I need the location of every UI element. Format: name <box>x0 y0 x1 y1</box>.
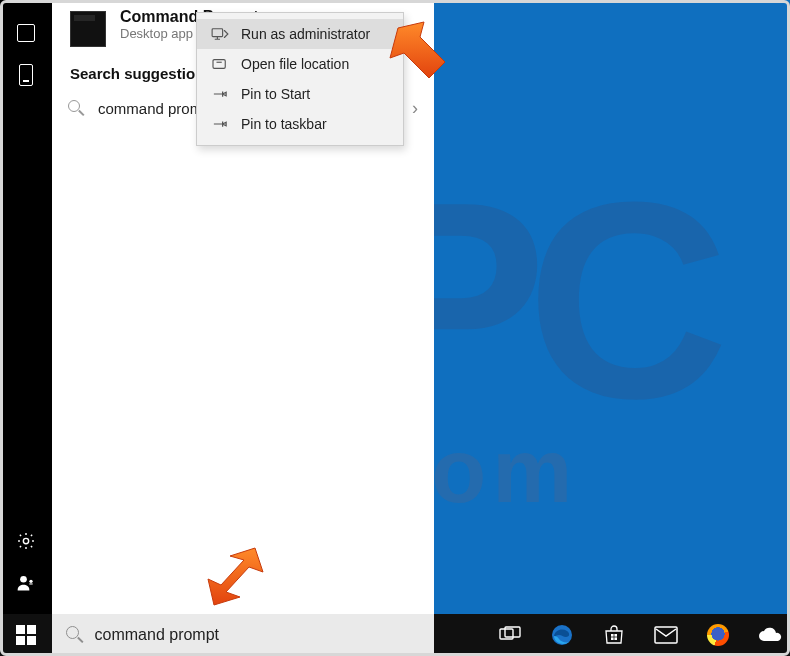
task-view-icon <box>499 626 521 644</box>
folder-open-icon <box>211 56 229 72</box>
svg-point-0 <box>23 538 28 543</box>
mail-button[interactable] <box>652 614 680 656</box>
context-menu: Run as administrator Open file location … <box>196 12 404 146</box>
windows-logo-icon <box>16 625 36 645</box>
menu-item-label: Pin to taskbar <box>241 116 327 132</box>
store-icon <box>603 624 625 646</box>
start-rail <box>0 0 52 614</box>
onedrive-icon <box>757 626 783 644</box>
search-icon <box>68 100 86 118</box>
menu-item-label: Pin to Start <box>241 86 310 102</box>
firefox-icon <box>707 624 729 646</box>
svg-rect-13 <box>655 627 677 643</box>
svg-rect-5 <box>213 60 225 69</box>
svg-rect-9 <box>611 634 614 637</box>
pin-icon <box>211 86 229 102</box>
svg-point-2 <box>29 580 32 583</box>
annotation-arrow-bottom <box>200 540 270 618</box>
annotation-arrow-top <box>388 16 448 96</box>
cmd-icon <box>70 11 106 47</box>
svg-rect-4 <box>212 29 223 37</box>
edge-button[interactable] <box>548 614 576 656</box>
rail-device-icon[interactable] <box>0 54 52 96</box>
onedrive-button[interactable] <box>756 614 784 656</box>
svg-point-1 <box>20 576 27 583</box>
mail-icon <box>654 626 678 644</box>
rail-recent-icon[interactable] <box>0 12 52 54</box>
chevron-right-icon[interactable]: › <box>412 98 418 119</box>
menu-item-label: Run as administrator <box>241 26 370 42</box>
pin-icon <box>211 116 229 132</box>
account-button[interactable] <box>0 562 52 604</box>
person-icon <box>16 573 36 593</box>
menu-pin-to-start[interactable]: Pin to Start <box>197 79 403 109</box>
run-admin-icon <box>211 26 229 42</box>
svg-rect-12 <box>614 637 617 640</box>
taskbar-pins <box>496 614 784 656</box>
menu-item-label: Open file location <box>241 56 349 72</box>
menu-run-as-admin[interactable]: Run as administrator <box>197 19 403 49</box>
task-view-button[interactable] <box>496 614 524 656</box>
settings-button[interactable] <box>0 520 52 562</box>
svg-rect-3 <box>29 583 32 584</box>
menu-open-file-location[interactable]: Open file location <box>197 49 403 79</box>
firefox-button[interactable] <box>704 614 732 656</box>
taskbar-search-box[interactable] <box>52 614 434 656</box>
store-button[interactable] <box>600 614 628 656</box>
taskbar <box>0 614 790 656</box>
start-button[interactable] <box>0 614 52 656</box>
svg-rect-10 <box>614 634 617 637</box>
svg-rect-11 <box>611 637 614 640</box>
gear-icon <box>16 531 36 551</box>
search-icon <box>66 626 83 644</box>
menu-pin-to-taskbar[interactable]: Pin to taskbar <box>197 109 403 139</box>
search-input[interactable] <box>95 626 420 644</box>
edge-icon <box>550 623 574 647</box>
